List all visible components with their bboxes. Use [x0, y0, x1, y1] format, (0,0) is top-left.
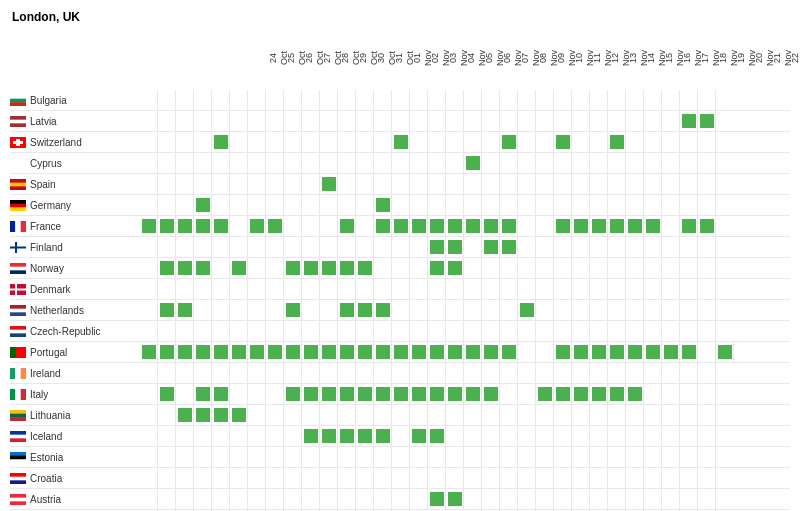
- svg-rect-47: [10, 438, 26, 442]
- availability-cell: [392, 426, 410, 447]
- availability-cell: [428, 279, 446, 300]
- availability-cell: [212, 489, 230, 510]
- availability-cell: [356, 342, 374, 363]
- availability-cell: [176, 279, 194, 300]
- availability-cell: [338, 342, 356, 363]
- availability-cell: [158, 342, 176, 363]
- country-row: Denmark: [10, 279, 790, 300]
- availability-cell: [680, 321, 698, 342]
- availability-cell: [662, 90, 680, 111]
- availability-cell: [446, 489, 464, 510]
- availability-cell: [230, 300, 248, 321]
- availability-cell: [356, 300, 374, 321]
- availability-cell: [266, 258, 284, 279]
- country-label: Netherlands: [10, 305, 140, 316]
- filled-indicator: [304, 429, 318, 443]
- availability-cell: [698, 447, 716, 468]
- availability-cell: [662, 111, 680, 132]
- country-row: Germany: [10, 195, 790, 216]
- filled-indicator: [502, 240, 516, 254]
- availability-cell: [446, 237, 464, 258]
- availability-cell: [248, 153, 266, 174]
- availability-cell: [518, 111, 536, 132]
- availability-cell: [248, 489, 266, 510]
- availability-cell: [176, 468, 194, 489]
- availability-cell: [590, 153, 608, 174]
- availability-cell: [230, 279, 248, 300]
- availability-cell: [266, 111, 284, 132]
- availability-cell: [698, 258, 716, 279]
- availability-cell: [158, 321, 176, 342]
- country-row: Ireland: [10, 363, 790, 384]
- availability-cells: [140, 153, 716, 174]
- availability-cell: [500, 426, 518, 447]
- filled-indicator: [178, 261, 192, 275]
- availability-cell: [194, 300, 212, 321]
- svg-rect-8: [13, 141, 23, 144]
- availability-cell: [698, 111, 716, 132]
- availability-cell: [266, 216, 284, 237]
- availability-cell: [680, 132, 698, 153]
- country-flag: [10, 242, 26, 253]
- availability-cell: [230, 195, 248, 216]
- availability-cell: [140, 237, 158, 258]
- availability-cell: [320, 363, 338, 384]
- country-label: Portugal: [10, 347, 140, 358]
- availability-cell: [644, 90, 662, 111]
- svg-rect-1: [10, 98, 26, 102]
- availability-cell: [140, 216, 158, 237]
- availability-cell: [212, 279, 230, 300]
- availability-cell: [662, 405, 680, 426]
- availability-cell: [626, 342, 644, 363]
- availability-cell: [212, 216, 230, 237]
- country-name: Estonia: [30, 452, 63, 463]
- filled-indicator: [160, 219, 174, 233]
- availability-cell: [428, 321, 446, 342]
- availability-cell: [698, 321, 716, 342]
- availability-cell: [446, 468, 464, 489]
- country-name: France: [30, 221, 61, 232]
- availability-cell: [518, 258, 536, 279]
- availability-cell: [680, 90, 698, 111]
- availability-cell: [482, 111, 500, 132]
- availability-cell: [194, 342, 212, 363]
- availability-cell: [680, 447, 698, 468]
- availability-cell: [698, 279, 716, 300]
- availability-cell: [626, 132, 644, 153]
- availability-cell: [536, 195, 554, 216]
- svg-rect-13: [10, 200, 26, 204]
- svg-rect-9: [10, 158, 26, 169]
- filled-indicator: [178, 345, 192, 359]
- country-label: Cyprus: [10, 158, 140, 169]
- availability-cells: [140, 363, 716, 384]
- availability-cell: [158, 300, 176, 321]
- availability-cell: [356, 216, 374, 237]
- availability-cell: [680, 489, 698, 510]
- country-flag: [10, 305, 26, 316]
- availability-cell: [284, 258, 302, 279]
- availability-cell: [590, 468, 608, 489]
- filled-indicator: [394, 345, 408, 359]
- svg-rect-37: [15, 368, 20, 379]
- availability-cell: [698, 132, 716, 153]
- svg-rect-56: [10, 501, 26, 505]
- country-label: Estonia: [10, 452, 140, 463]
- availability-cell: [158, 132, 176, 153]
- availability-cell: [266, 342, 284, 363]
- availability-cell: [338, 405, 356, 426]
- availability-cell: [338, 426, 356, 447]
- availability-cell: [392, 321, 410, 342]
- svg-rect-51: [10, 473, 26, 477]
- availability-cell: [662, 237, 680, 258]
- availability-cell: [464, 489, 482, 510]
- filled-indicator: [358, 345, 372, 359]
- availability-cell: [590, 132, 608, 153]
- availability-cell: [302, 384, 320, 405]
- availability-cell: [284, 342, 302, 363]
- availability-cell: [392, 237, 410, 258]
- availability-cell: [554, 195, 572, 216]
- availability-cell: [464, 426, 482, 447]
- availability-cell: [284, 195, 302, 216]
- availability-cell: [158, 216, 176, 237]
- country-label: Spain: [10, 179, 140, 190]
